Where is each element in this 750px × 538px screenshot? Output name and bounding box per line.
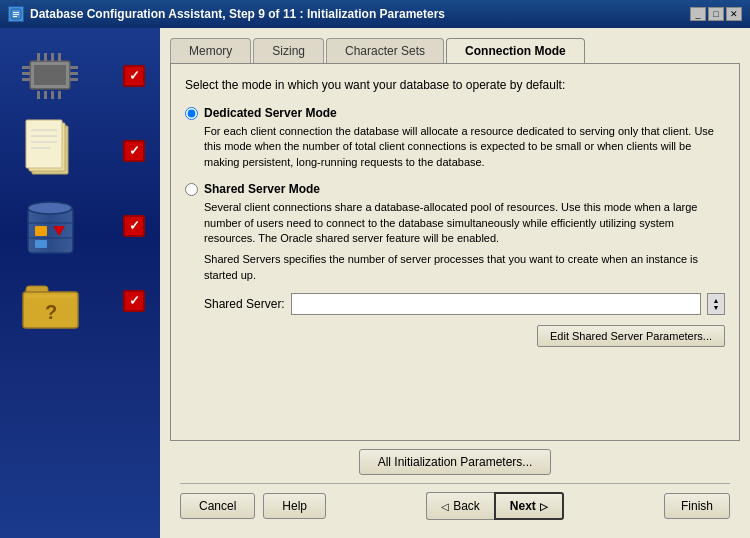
tab-bar[interactable]: Memory Sizing Character Sets Connection … bbox=[170, 38, 740, 63]
back-label: Back bbox=[453, 499, 480, 513]
svg-rect-12 bbox=[37, 53, 40, 61]
svg-rect-19 bbox=[58, 91, 61, 99]
tab-connection-mode[interactable]: Connection Mode bbox=[446, 38, 585, 63]
svg-text:?: ? bbox=[45, 301, 57, 323]
svg-rect-9 bbox=[70, 66, 78, 69]
shared-server-label: Shared Server: bbox=[204, 297, 285, 311]
tab-sizing[interactable]: Sizing bbox=[253, 38, 324, 63]
sidebar: ✓ ✓ bbox=[0, 28, 160, 538]
shared-server-spinner[interactable]: ▲ ▼ bbox=[707, 293, 725, 315]
svg-rect-14 bbox=[51, 53, 54, 61]
svg-rect-6 bbox=[22, 66, 30, 69]
svg-rect-8 bbox=[22, 78, 30, 81]
content-panel: Select the mode in which you want your d… bbox=[170, 63, 740, 441]
help-button[interactable]: Help bbox=[263, 493, 326, 519]
shared-server-title: Shared Server Mode bbox=[204, 182, 320, 196]
shared-server-field: Shared Server: ▲ ▼ bbox=[185, 293, 725, 315]
shared-server-desc2: Shared Servers specifies the number of s… bbox=[185, 252, 725, 283]
nav-row: Cancel Help ◁ Back Next ▷ Finish bbox=[180, 492, 730, 520]
bottom-divider bbox=[180, 483, 730, 484]
panel-description: Select the mode in which you want your d… bbox=[185, 78, 725, 92]
memory-check-badge: ✓ bbox=[123, 65, 145, 87]
dedicated-server-desc: For each client connection the database … bbox=[185, 124, 725, 170]
dedicated-server-radio[interactable] bbox=[185, 107, 198, 120]
document-icon bbox=[15, 123, 85, 178]
svg-rect-18 bbox=[51, 91, 54, 99]
next-button[interactable]: Next ▷ bbox=[494, 492, 564, 520]
svg-rect-22 bbox=[26, 120, 62, 168]
svg-rect-10 bbox=[70, 72, 78, 75]
sidebar-item-sizing: ✓ bbox=[15, 123, 145, 178]
next-label: Next bbox=[510, 499, 536, 513]
window-title: Database Configuration Assistant, Step 9… bbox=[30, 7, 445, 21]
radio-group: Dedicated Server Mode For each client co… bbox=[185, 106, 725, 347]
svg-rect-5 bbox=[34, 65, 66, 85]
next-arrow-icon: ▷ bbox=[540, 501, 548, 512]
finish-button[interactable]: Finish bbox=[664, 493, 730, 519]
svg-rect-2 bbox=[13, 14, 19, 15]
svg-rect-1 bbox=[13, 12, 19, 13]
svg-rect-27 bbox=[28, 208, 73, 253]
tab-character-sets[interactable]: Character Sets bbox=[326, 38, 444, 63]
maximize-button[interactable]: □ bbox=[708, 7, 724, 21]
edit-shared-server-button[interactable]: Edit Shared Server Parameters... bbox=[537, 325, 725, 347]
svg-rect-31 bbox=[35, 226, 47, 236]
sizing-check-badge: ✓ bbox=[123, 140, 145, 162]
minimize-button[interactable]: _ bbox=[690, 7, 706, 21]
shared-server-option: Shared Server Mode Several client connec… bbox=[185, 182, 725, 347]
svg-point-28 bbox=[28, 202, 72, 214]
nav-center: ◁ Back Next ▷ bbox=[426, 492, 564, 520]
svg-rect-7 bbox=[22, 72, 30, 75]
database-icon bbox=[15, 198, 85, 253]
sidebar-item-charset: ✓ bbox=[15, 198, 145, 253]
close-button[interactable]: ✕ bbox=[726, 7, 742, 21]
svg-rect-16 bbox=[37, 91, 40, 99]
dedicated-server-option: Dedicated Server Mode For each client co… bbox=[185, 106, 725, 170]
svg-rect-33 bbox=[35, 240, 47, 248]
shared-server-radio[interactable] bbox=[185, 183, 198, 196]
title-bar: Database Configuration Assistant, Step 9… bbox=[0, 0, 750, 28]
svg-rect-17 bbox=[44, 91, 47, 99]
svg-rect-13 bbox=[44, 53, 47, 61]
svg-rect-36 bbox=[26, 295, 75, 298]
nav-left: Cancel Help bbox=[180, 493, 326, 519]
svg-rect-3 bbox=[13, 16, 17, 17]
init-params-button[interactable]: All Initialization Parameters... bbox=[359, 449, 552, 475]
sidebar-item-connection: ? ✓ bbox=[15, 273, 145, 328]
svg-rect-15 bbox=[58, 53, 61, 61]
window-controls[interactable]: _ □ ✕ bbox=[690, 7, 742, 21]
back-button[interactable]: ◁ Back bbox=[426, 492, 494, 520]
folder-icon: ? bbox=[15, 273, 85, 328]
content-area: Memory Sizing Character Sets Connection … bbox=[160, 28, 750, 538]
charset-check-badge: ✓ bbox=[123, 215, 145, 237]
dedicated-server-title: Dedicated Server Mode bbox=[204, 106, 337, 120]
shared-server-desc1: Several client connections share a datab… bbox=[185, 200, 725, 246]
bottom-bar: All Initialization Parameters... Cancel … bbox=[170, 441, 740, 528]
connection-check-badge: ✓ bbox=[123, 290, 145, 312]
memory-icon bbox=[15, 48, 85, 103]
cancel-button[interactable]: Cancel bbox=[180, 493, 255, 519]
tab-memory[interactable]: Memory bbox=[170, 38, 251, 63]
shared-server-input[interactable] bbox=[291, 293, 701, 315]
svg-rect-11 bbox=[70, 78, 78, 81]
app-icon bbox=[8, 6, 24, 22]
back-arrow-icon: ◁ bbox=[441, 501, 449, 512]
sidebar-item-memory: ✓ bbox=[15, 48, 145, 103]
